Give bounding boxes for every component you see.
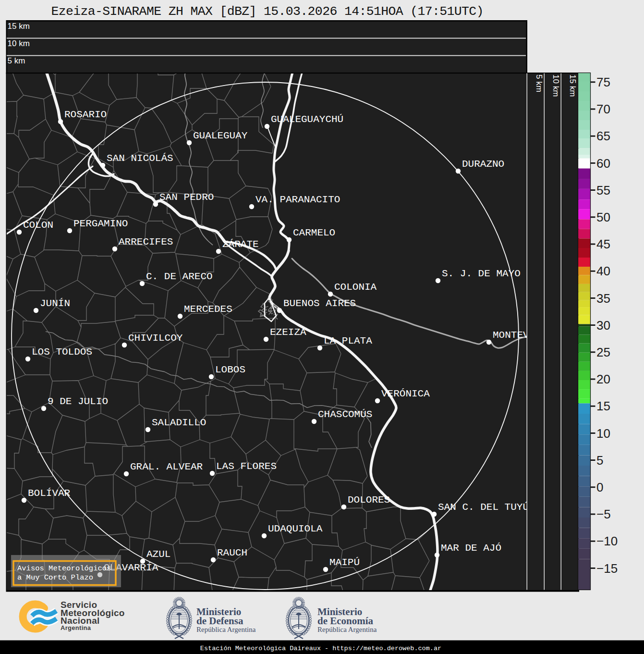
svg-text:AZUL: AZUL [146,549,170,560]
svg-text:30: 30 [596,318,610,333]
svg-text:SAN PEDRO: SAN PEDRO [159,192,214,203]
svg-text:SAN C. DEL TUYÚ: SAN C. DEL TUYÚ [438,502,529,513]
svg-text:MERCEDES: MERCEDES [184,304,232,315]
svg-text:−15: −15 [596,561,618,576]
svg-text:VA. PARANACITO: VA. PARANACITO [255,194,340,205]
svg-text:Ezeiza-SINARAME ZH MAX [dBZ] 1: Ezeiza-SINARAME ZH MAX [dBZ] 15.03.2026 … [51,4,484,19]
svg-text:CHASCOMÚS: CHASCOMÚS [318,409,372,420]
svg-text:5 km: 5 km [8,56,25,65]
svg-text:75: 75 [596,75,610,89]
svg-text:COLON: COLON [23,220,53,231]
svg-text:ARRECIFES: ARRECIFES [119,236,173,247]
svg-text:CARMELO: CARMELO [293,227,335,238]
svg-text:MAIPÚ: MAIPÚ [329,557,360,568]
svg-text:BOLÍVAR: BOLÍVAR [28,488,71,499]
svg-text:GUALEGUAYCHÚ: GUALEGUAYCHÚ [271,114,343,125]
svg-text:de Economía: de Economía [317,615,374,627]
svg-text:Avisos Meteorológicos: Avisos Meteorológicos [17,564,111,573]
svg-text:10 km: 10 km [8,39,30,48]
svg-text:LA PLATA: LA PLATA [324,335,372,346]
svg-text:Estación Meteorológica Daireau: Estación Meteorológica Daireaux - https:… [200,645,441,652]
svg-text:−10: −10 [596,534,618,548]
svg-text:S. J. DE MAYO: S. J. DE MAYO [442,268,521,279]
svg-text:JUNÍN: JUNÍN [40,298,70,309]
svg-text:República Argentina: República Argentina [196,626,256,633]
svg-text:SALADILLO: SALADILLO [152,417,206,428]
svg-text:SAN NICOLÁS: SAN NICOLÁS [107,153,173,164]
svg-text:70: 70 [596,102,610,116]
svg-text:PERGAMINO: PERGAMINO [73,218,128,229]
svg-text:C. DE ARECO: C. DE ARECO [146,271,213,282]
svg-text:20: 20 [596,372,610,386]
svg-text:45: 45 [596,237,610,251]
svg-text:VERÓNICA: VERÓNICA [381,388,430,399]
svg-text:15 km: 15 km [8,22,30,31]
svg-text:BUENOS AIRES: BUENOS AIRES [283,298,356,309]
svg-text:LAS FLORES: LAS FLORES [216,461,277,472]
svg-text:50: 50 [596,210,610,224]
svg-text:de Defensa: de Defensa [196,615,243,627]
svg-text:GUALEGUAY: GUALEGUAY [193,130,248,141]
svg-text:ROSARIO: ROSARIO [64,109,107,120]
svg-text:a Muy Corto Plazo: a Muy Corto Plazo [17,573,93,582]
svg-text:65: 65 [596,129,610,143]
svg-text:UDAQUIOLA: UDAQUIOLA [268,523,323,534]
svg-text:MAR DE AJÓ: MAR DE AJÓ [441,543,501,554]
svg-text:5: 5 [596,453,603,468]
svg-text:RAUCH: RAUCH [217,547,247,558]
svg-text:15 km: 15 km [568,74,577,97]
svg-text:60: 60 [596,156,610,171]
svg-text:10 km: 10 km [551,74,560,97]
svg-text:ZÁRATE: ZÁRATE [222,239,259,250]
svg-text:Argentina: Argentina [61,624,91,631]
svg-text:35: 35 [596,291,610,306]
svg-text:55: 55 [596,183,610,197]
svg-text:5 km: 5 km [535,74,544,92]
svg-text:CHIVILCOY: CHIVILCOY [128,333,183,344]
svg-text:10: 10 [596,426,610,441]
svg-text:GRAL. ALVEAR: GRAL. ALVEAR [130,461,203,472]
svg-text:LOBOS: LOBOS [215,364,245,375]
svg-text:0: 0 [596,480,603,494]
svg-text:DOLORES: DOLORES [348,494,390,506]
svg-text:25: 25 [596,345,610,359]
svg-text:COLONIA: COLONIA [334,282,377,293]
svg-text:−5: −5 [596,507,611,521]
svg-text:15: 15 [596,399,610,413]
svg-text:9 DE JULIO: 9 DE JULIO [48,396,108,407]
svg-text:República Argentina: República Argentina [317,626,377,633]
svg-text:LOS TOLDOS: LOS TOLDOS [32,346,92,358]
svg-text:EZEIZA: EZEIZA [270,327,306,338]
svg-text:DURAZNO: DURAZNO [462,159,504,170]
svg-text:40: 40 [596,264,610,278]
